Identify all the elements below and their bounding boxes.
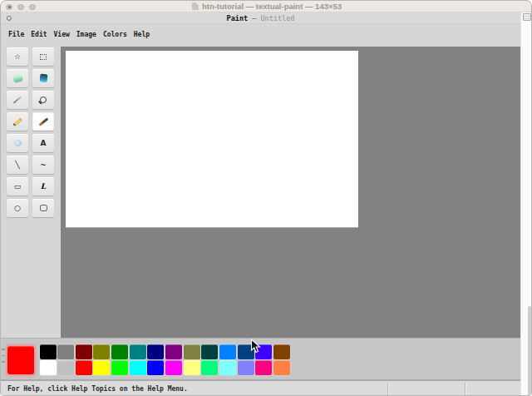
scrollbar-track[interactable] (520, 12, 532, 396)
pick-color-icon (13, 96, 22, 103)
palette-swatch[interactable] (273, 360, 290, 375)
tool-eraser-button[interactable] (7, 69, 28, 87)
palette-swatch[interactable] (238, 360, 254, 375)
scrollbar-marker-icon[interactable] (523, 13, 531, 21)
fill-with-color-icon (39, 74, 47, 83)
status-separator (465, 383, 466, 396)
menu-item-image[interactable]: Image (76, 30, 97, 39)
tool-line-button[interactable]: ╲ (7, 156, 28, 174)
palette-swatch[interactable] (201, 360, 218, 375)
app-titlebar: ○ Paint — Untitled (1, 12, 520, 24)
tool-select-button[interactable] (32, 47, 54, 66)
palette-swatch[interactable] (147, 360, 164, 375)
status-bar: For Help, click Help Topics on the Help … (1, 379, 520, 396)
tool-fill-with-color-button[interactable] (32, 69, 54, 87)
select-icon (40, 54, 47, 60)
close-window-button[interactable] (6, 4, 12, 11)
palette-swatch[interactable] (165, 360, 182, 375)
polygon-icon: L (41, 183, 46, 191)
tool-polygon-button[interactable]: L (32, 177, 54, 196)
line-icon: ╲ (15, 161, 19, 169)
tool-free-form-select-button[interactable]: ☆ (7, 47, 28, 66)
palette-swatch[interactable] (40, 360, 57, 375)
palette-swatch[interactable] (76, 344, 92, 359)
palette-swatch[interactable] (273, 344, 290, 359)
window-title: htn-tutorial — textual-paint — 143×53 (202, 2, 342, 11)
window-title-area: htn-tutorial — textual-paint — 143×53 (192, 2, 342, 11)
palette-grip-icon (2, 349, 5, 363)
rectangle-icon: ▭ (14, 183, 22, 191)
traffic-lights (6, 4, 36, 11)
scrollbar-thumb[interactable] (528, 306, 531, 396)
palette-swatch[interactable] (219, 360, 236, 375)
palette-swatch[interactable] (201, 344, 218, 359)
airbrush-icon (14, 140, 22, 146)
curve-icon: ~ (40, 161, 47, 169)
pencil-icon (12, 117, 22, 126)
palette-swatch[interactable] (111, 344, 128, 359)
menu-item-edit[interactable]: Edit (30, 30, 47, 39)
eraser-icon (12, 74, 22, 82)
tool-ellipse-button[interactable]: ○ (7, 199, 28, 217)
palette-swatch[interactable] (57, 360, 74, 375)
magnifier-icon (40, 97, 47, 103)
palette-swatch[interactable] (76, 360, 92, 375)
palette-swatch[interactable] (93, 344, 110, 359)
menu-item-colors[interactable]: Colors (102, 30, 128, 39)
palette-swatch[interactable] (130, 344, 146, 359)
app-name: Paint (227, 14, 249, 22)
color-palette-bar (1, 338, 520, 380)
tool-rectangle-button[interactable]: ▭ (7, 177, 28, 196)
palette-swatch[interactable] (130, 360, 146, 375)
ellipse-icon: ○ (14, 205, 21, 212)
tool-rounded-rectangle-button[interactable] (32, 199, 54, 217)
palette-swatch[interactable] (93, 360, 110, 375)
menubar: FileEditViewImageColorsHelp (7, 30, 150, 39)
status-message: For Help, click Help Topics on the Help … (7, 385, 188, 393)
macos-titlebar: htn-tutorial — textual-paint — 143×53 (1, 1, 532, 12)
menu-item-help[interactable]: Help (133, 30, 150, 39)
status-separator (387, 383, 388, 396)
palette-swatch[interactable] (219, 344, 236, 359)
palette-swatch[interactable] (57, 344, 74, 359)
menu-item-view[interactable]: View (53, 30, 71, 39)
palette-swatch[interactable] (147, 344, 164, 359)
palette-swatch[interactable] (184, 360, 200, 375)
free-form-select-icon: ☆ (14, 53, 21, 61)
tool-brush-button[interactable] (32, 112, 54, 131)
rounded-rectangle-icon (40, 205, 47, 211)
document-icon (192, 2, 199, 10)
palette-swatch[interactable] (165, 344, 182, 359)
tool-pencil-button[interactable] (7, 112, 28, 131)
palette-swatch[interactable] (255, 344, 272, 359)
brush-icon (38, 117, 48, 126)
tool-airbrush-button[interactable] (7, 134, 28, 152)
palette-swatch[interactable] (111, 360, 128, 375)
selected-colors-indicator (7, 346, 34, 374)
minimize-window-button[interactable] (17, 4, 24, 11)
menu-item-file[interactable]: File (7, 30, 25, 39)
tool-text-button[interactable]: A (32, 134, 54, 152)
palette-swatch[interactable] (238, 344, 254, 359)
app-title: Paint — Untitled (1, 14, 520, 22)
palette-swatch[interactable] (40, 344, 57, 359)
zoom-window-button[interactable] (29, 4, 36, 11)
paint-canvas[interactable] (66, 51, 358, 227)
tool-curve-button[interactable]: ~ (32, 156, 54, 174)
palette-swatch[interactable] (184, 344, 200, 359)
palette-swatch[interactable] (255, 360, 272, 375)
terminal-window: htn-tutorial — textual-paint — 143×53 ○ … (0, 0, 532, 396)
tool-pick-color-button[interactable] (7, 91, 28, 109)
document-name: Untitled (261, 14, 295, 22)
title-separator: — (252, 14, 256, 22)
text-icon: A (41, 140, 47, 147)
tool-magnifier-button[interactable] (32, 91, 54, 109)
